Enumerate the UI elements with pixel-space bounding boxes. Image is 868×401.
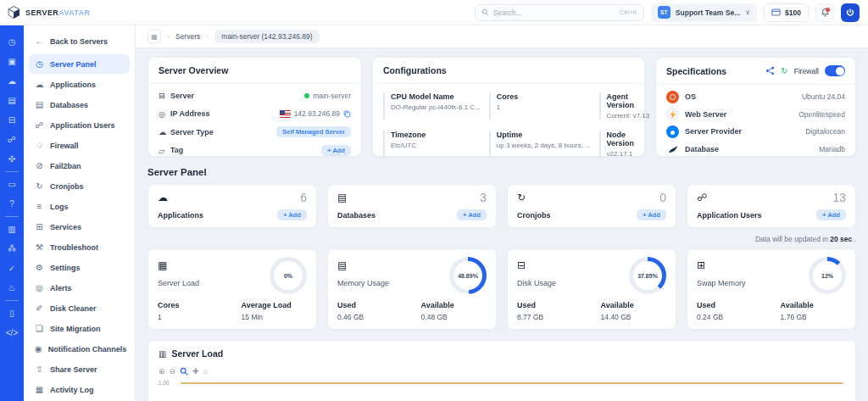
rail-code-icon[interactable]: </> — [0, 323, 24, 343]
global-search[interactable]: Ctrl+K — [475, 4, 644, 21]
breadcrumb-current-server[interactable]: main-server (142.93.246.89) — [214, 30, 319, 43]
rail-flask-icon[interactable]: ♨ — [0, 278, 24, 298]
rail-tablet-icon[interactable]: ▯ — [0, 304, 24, 323]
bell-icon: ◎ — [35, 283, 44, 292]
stat-card-applications[interactable]: ☁ 6 Applications + Add — [147, 184, 317, 228]
pan-icon[interactable]: ✚ — [192, 368, 199, 376]
user-menu[interactable]: ST Support Team Se... ∨ — [651, 3, 757, 22]
chart-plot-area[interactable]: 1.00 — [159, 382, 845, 401]
sidebar-item-applications[interactable]: ☁ Applications — [29, 75, 130, 94]
server-type-badge: Self Managed Server — [276, 126, 351, 137]
rail-server-icon[interactable]: ▣ — [0, 52, 24, 71]
breadcrumb-servers[interactable]: Servers — [175, 32, 200, 41]
share-upload-icon: ⇧ — [35, 365, 44, 374]
bell-outline-icon: ◉ — [35, 344, 42, 354]
stat-card-cronjobs[interactable]: ↻ 0 Cronjobs + Add — [507, 184, 676, 228]
brand-logo[interactable]: SERVERAVATAR — [7, 5, 134, 19]
sidebar-item-logs[interactable]: ≡ Logs — [29, 197, 130, 216]
rail-database-icon[interactable]: ▤ — [0, 91, 24, 110]
rail-chart-icon[interactable]: ▥ — [0, 220, 24, 239]
sidebar-item-site-migration[interactable]: ❏ Site Migration — [29, 319, 130, 338]
rail-check-icon[interactable]: ✓ — [0, 259, 24, 278]
add-application-user-button[interactable]: + Add — [816, 209, 846, 220]
add-tag-button[interactable]: + Add — [321, 145, 351, 156]
sidebar-item-troubleshoot[interactable]: ⚒ Troubleshoot — [29, 237, 130, 257]
update-countdown: Data will be updated in 20 sec . — [147, 235, 856, 243]
disk-usage-gauge: 37.85% — [629, 257, 666, 294]
power-icon — [845, 8, 855, 18]
location-pin-icon: ◎ — [159, 109, 170, 119]
refresh-icon[interactable]: ↻ — [781, 66, 787, 75]
sidebar-item-services[interactable]: ⊞ Services — [29, 217, 130, 237]
cpu-chip-icon: ▦ — [158, 259, 167, 271]
stat-card-application-users[interactable]: ☍ 13 Application Users + Add — [687, 184, 856, 228]
stat-card-databases[interactable]: ▤ 3 Databases + Add — [327, 184, 497, 228]
spec-row-provider: Server Provider Digitalocean — [666, 123, 845, 141]
rail-nodes-icon[interactable]: ⁂ — [0, 239, 24, 259]
add-application-button[interactable]: + Add — [277, 209, 307, 220]
overview-row-tag: ▱ Tag + Add — [159, 142, 351, 160]
monitor-icon: ⊞ — [35, 222, 44, 231]
breadcrumb: ▦ › Servers › main-server (142.93.246.89… — [136, 25, 868, 48]
power-button[interactable] — [841, 3, 860, 22]
sidebar-item-databases[interactable]: ▤ Databases — [29, 95, 130, 114]
sidebar-item-application-users[interactable]: ☍ Application Users — [29, 115, 130, 135]
chart-series-line — [181, 382, 843, 384]
firewall-toggle[interactable] — [825, 65, 845, 76]
add-database-button[interactable]: + Add — [457, 209, 487, 220]
sidebar-item-fail2ban[interactable]: ⊘ Fail2ban — [29, 156, 130, 175]
home-reset-icon[interactable]: ⌂ — [203, 368, 208, 376]
balance-button[interactable]: $100 — [764, 3, 809, 22]
overview-row-ip: ◎ IP Address 142.93.246.89 — [159, 105, 351, 124]
share-icon[interactable] — [765, 66, 775, 75]
grid-icon: ▦ — [35, 385, 44, 394]
card-title: Specifications — [666, 66, 726, 76]
back-arrow-icon: ← — [35, 36, 44, 46]
selection-zoom-icon[interactable] — [180, 367, 188, 376]
cloud-icon: ☁ — [159, 127, 170, 136]
sidebar-item-cronjobs[interactable]: ↻ Cronjobs — [29, 176, 130, 196]
zoom-in-icon[interactable]: ⊕ — [159, 368, 165, 376]
zoom-out-icon[interactable]: ⊖ — [170, 368, 176, 376]
sidebar-item-firewall[interactable]: ♢ Firewall — [29, 136, 130, 155]
server-icon: ⊟ — [159, 91, 170, 100]
config-agent-version: Agent Version Current: v7.13 — [599, 92, 650, 120]
shield-icon: ♢ — [35, 141, 44, 150]
sidebar-item-share-server[interactable]: ⇧ Share Server — [29, 359, 130, 379]
rail-cluster-icon[interactable]: ✣ — [0, 149, 24, 169]
copy-icon[interactable] — [343, 110, 351, 118]
ip-address-value: 142.93.246.89 — [294, 109, 340, 118]
metric-card-swap-memory: ⊞ Swap Memory 12% Used0.24 GB Available1… — [687, 248, 856, 330]
gear-icon: ⚙ — [35, 263, 44, 272]
notifications-button[interactable] — [815, 3, 834, 22]
icon-rail: ◷ ▣ ☁ ▤ ⊟ ☍ ✣ ▭ ? ▥ ⁂ ✓ ♨ ▯ </> — [0, 25, 24, 401]
server-name-value: main-server — [313, 92, 351, 100]
sidebar-item-alerts[interactable]: ◎ Alerts — [29, 278, 130, 298]
balance-amount: $100 — [785, 8, 801, 17]
application-users-count: 13 — [832, 192, 846, 203]
add-cronjob-button[interactable]: + Add — [637, 209, 666, 220]
metric-card-server-load: ▦ Server Load 0% Cores1 Average Load15 M… — [147, 248, 317, 330]
topbar: SERVERAVATAR Ctrl+K ST Support Team Se..… — [0, 0, 868, 25]
sidebar-item-notification-channels[interactable]: ◉ Notification Channels — [29, 339, 130, 359]
sidebar-item-disk-cleaner[interactable]: ✐ Disk Cleaner — [29, 298, 130, 318]
sidebar-item-server-panel[interactable]: ◷ Server Panel — [29, 54, 130, 74]
ban-icon: ⊘ — [35, 161, 44, 170]
rail-help-icon[interactable]: ? — [0, 194, 24, 214]
chevron-down-icon: ∨ — [745, 8, 750, 16]
rail-gauge-icon[interactable]: ◷ — [0, 32, 24, 52]
database-icon: ▤ — [337, 192, 347, 203]
rail-drive-icon[interactable]: ⊟ — [0, 110, 24, 130]
rail-card-icon[interactable]: ▭ — [0, 175, 24, 194]
config-uptime: Uptime up 3 weeks, 2 days, 8 hours, ... — [489, 131, 591, 158]
sidebar-item-settings[interactable]: ⚙ Settings — [29, 258, 130, 277]
gauge-icon: ◷ — [35, 59, 44, 69]
server-load-chart-card: ▥ Server Load ⊕ ⊖ ✚ ⌂ 1.00 — [147, 340, 856, 401]
sidebar-back-to-servers[interactable]: ← Back to Servers — [29, 31, 130, 51]
search-input[interactable] — [493, 8, 615, 17]
sidebar-item-activity-log[interactable]: ▦ Activity Log — [29, 380, 130, 399]
rail-network-icon[interactable]: ☍ — [0, 130, 24, 149]
rail-cloud-icon[interactable]: ☁ — [0, 71, 24, 91]
cronjobs-count: 0 — [659, 192, 666, 203]
user-name: Support Team Se... — [676, 8, 740, 17]
